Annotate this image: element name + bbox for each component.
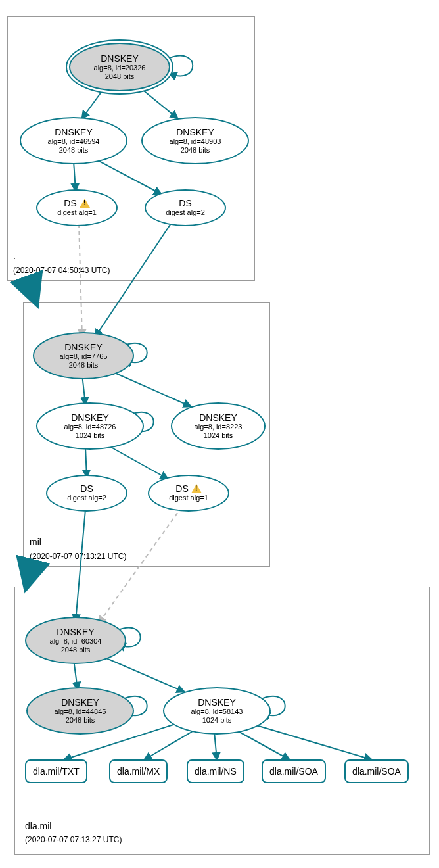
dnskey-dla-ksk: DNSKEY alg=8, id=60304 2048 bits xyxy=(25,617,126,664)
node-title: DNSKEY xyxy=(57,627,95,637)
node-title: DS xyxy=(175,483,201,494)
dnskey-dla-44845: DNSKEY alg=8, id=44845 2048 bits xyxy=(26,687,134,735)
dnskey-root-48903: DNSKEY alg=8, id=48903 2048 bits xyxy=(141,117,249,164)
ds-root-alg1: DS digest alg=1 xyxy=(36,189,118,226)
node-sub2: 2048 bits xyxy=(105,72,135,81)
dnskey-dla-58143: DNSKEY alg=8, id=58143 1024 bits xyxy=(163,687,271,735)
dnskey-root-46594: DNSKEY alg=8, id=46594 2048 bits xyxy=(20,117,127,164)
record-soa-2: dla.mil/SOA xyxy=(344,760,409,783)
node-sub1: digest alg=1 xyxy=(169,494,208,502)
record-soa-1: dla.mil/SOA xyxy=(262,760,326,783)
node-title: DNSKEY xyxy=(101,53,139,64)
node-sub1: alg=8, id=20326 xyxy=(94,64,146,72)
node-title: DNSKEY xyxy=(199,412,237,423)
node-sub2: 2048 bits xyxy=(61,646,91,654)
zone-time-dla: (2020-07-07 07:13:27 UTC) xyxy=(25,835,122,844)
node-sub1: alg=8, id=7765 xyxy=(60,352,108,361)
zone-time-root: (2020-07-07 04:50:43 UTC) xyxy=(13,266,110,275)
node-sub1: digest alg=2 xyxy=(67,494,106,502)
node-title: DS xyxy=(64,198,89,208)
node-sub2: 2048 bits xyxy=(59,146,89,155)
dnskey-mil-ksk: DNSKEY alg=8, id=7765 2048 bits xyxy=(33,332,134,379)
warning-icon xyxy=(80,199,90,208)
node-title: DNSKEY xyxy=(198,697,236,708)
node-sub1: alg=8, id=48903 xyxy=(170,137,221,146)
dnskey-mil-48726: DNSKEY alg=8, id=48726 1024 bits xyxy=(36,402,144,450)
node-title: DS xyxy=(179,198,191,208)
node-sub1: digest alg=1 xyxy=(57,208,97,217)
node-sub2: 1024 bits xyxy=(76,431,105,440)
node-title: DNSKEY xyxy=(61,697,99,708)
dnskey-root-ksk: DNSKEY alg=8, id=20326 2048 bits xyxy=(69,43,170,91)
node-sub2: 2048 bits xyxy=(66,716,95,725)
node-title: DNSKEY xyxy=(55,127,93,137)
ds-mil-alg2: DS digest alg=2 xyxy=(46,475,127,512)
warning-icon xyxy=(191,484,202,493)
node-sub1: alg=8, id=46594 xyxy=(48,137,100,146)
node-title: DS xyxy=(80,483,93,494)
node-sub2: 2048 bits xyxy=(181,146,210,155)
node-sub2: 2048 bits xyxy=(69,361,99,370)
record-mx: dla.mil/MX xyxy=(109,760,168,783)
ds-root-alg2: DS digest alg=2 xyxy=(145,189,226,226)
node-sub1: alg=8, id=8223 xyxy=(195,423,243,431)
node-title: DNSKEY xyxy=(71,412,109,423)
zone-label-dla: dla.mil xyxy=(25,821,51,831)
dnskey-mil-8223: DNSKEY alg=8, id=8223 1024 bits xyxy=(171,402,266,450)
node-sub1: digest alg=2 xyxy=(166,208,205,217)
node-title: DNSKEY xyxy=(64,342,103,352)
node-title: DNSKEY xyxy=(176,127,214,137)
node-sub2: 1024 bits xyxy=(204,431,233,440)
node-sub1: alg=8, id=58143 xyxy=(191,708,243,716)
record-txt: dla.mil/TXT xyxy=(25,760,87,783)
node-sub1: alg=8, id=60304 xyxy=(50,637,102,646)
node-sub2: 1024 bits xyxy=(202,716,232,725)
zone-time-mil: (2020-07-07 07:13:21 UTC) xyxy=(30,552,126,561)
node-sub1: alg=8, id=48726 xyxy=(64,423,116,431)
zone-label-mil: mil xyxy=(30,537,41,547)
zone-label-root: . xyxy=(13,251,16,261)
ds-mil-alg1: DS digest alg=1 xyxy=(148,475,229,512)
record-ns: dla.mil/NS xyxy=(187,760,244,783)
node-sub1: alg=8, id=44845 xyxy=(55,708,106,716)
